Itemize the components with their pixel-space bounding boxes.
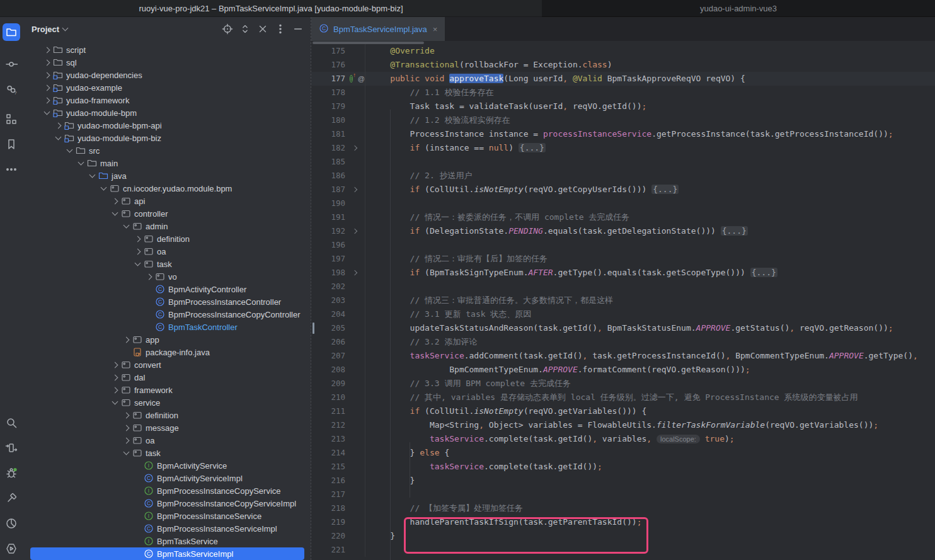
search-icon[interactable]: [3, 414, 20, 431]
tree-item-yudao-dependencies[interactable]: yudao-dependencies: [23, 69, 311, 81]
hide-icon[interactable]: [290, 21, 306, 37]
tree-item-cn.iocoder.yudao.module.bpm[interactable]: cn.iocoder.yudao.module.bpm: [23, 182, 311, 195]
tab-bpmtaskserviceimpl[interactable]: C BpmTaskServiceImpl.java ×: [311, 17, 445, 41]
fold-chevron-icon[interactable]: [352, 187, 357, 192]
tree-item-message[interactable]: message: [23, 421, 311, 434]
tree-item-definition[interactable]: definition: [23, 232, 311, 245]
options-icon[interactable]: [273, 21, 288, 37]
tree-item-yudao-module-bpm-api[interactable]: yudao-module-bpm-api: [23, 119, 311, 132]
line-number[interactable]: 185: [311, 155, 349, 169]
chevron-right-icon[interactable]: [146, 273, 152, 280]
chevron-right-icon[interactable]: [123, 336, 129, 343]
chevron-right-icon[interactable]: [123, 425, 129, 431]
locate-icon[interactable]: [220, 21, 235, 37]
chevron-down-icon[interactable]: [62, 25, 69, 31]
tree-item-framework[interactable]: framework: [23, 384, 311, 396]
chevron-down-icon[interactable]: [77, 159, 84, 166]
tree-item-bpmactivitycontroller[interactable]: CBpmActivityController: [23, 283, 311, 295]
chevron-down-icon[interactable]: [89, 172, 95, 178]
line-number[interactable]: 208: [311, 363, 349, 377]
chevron-right-icon[interactable]: [134, 248, 141, 254]
chevron-down-icon[interactable]: [123, 449, 129, 455]
tree-item-controller[interactable]: controller: [23, 207, 311, 220]
profiler-icon[interactable]: [3, 515, 20, 532]
line-number[interactable]: 213: [311, 432, 349, 446]
tree-item-bpmactivityservice[interactable]: IBpmActivityService: [23, 459, 311, 472]
tree-item-bpmprocessinstancecopyservice[interactable]: IBpmProcessInstanceCopyService: [23, 484, 311, 497]
tree-item-script[interactable]: script: [23, 43, 311, 56]
chevron-right-icon[interactable]: [123, 437, 129, 443]
fold-chevron-icon[interactable]: [352, 229, 357, 234]
line-number[interactable]: 204: [311, 307, 349, 321]
tree-item-yudao-example[interactable]: yudao-example: [23, 81, 311, 94]
line-number[interactable]: 214: [311, 446, 349, 460]
chevron-right-icon[interactable]: [43, 47, 50, 53]
fold-chevron-icon[interactable]: [352, 270, 357, 275]
tree-item-bpmprocessinstanceservice[interactable]: IBpmProcessInstanceService: [23, 510, 311, 522]
line-number[interactable]: 176: [311, 58, 349, 72]
line-number[interactable]: 216: [311, 474, 349, 488]
tree-item-app[interactable]: app: [23, 333, 311, 346]
chevron-right-icon[interactable]: [43, 72, 50, 78]
line-number[interactable]: 205: [311, 321, 349, 335]
chevron-right-icon[interactable]: [43, 97, 50, 103]
run-icon[interactable]: [3, 540, 20, 557]
line-number[interactable]: 202: [311, 280, 349, 294]
tree-item-bpmtaskcontroller[interactable]: CBpmTaskController: [23, 321, 311, 333]
line-number[interactable]: 187: [311, 183, 349, 197]
line-number[interactable]: 192: [311, 224, 349, 238]
annotation-gutter-icon[interactable]: @: [358, 75, 365, 83]
tree-item-bpmtaskservice[interactable]: IBpmTaskService: [23, 535, 311, 547]
tree-item-bpmprocessinstancecopycontroller[interactable]: CBpmProcessInstanceCopyController: [23, 308, 311, 321]
tree-item-dal[interactable]: dal: [23, 371, 311, 384]
tree-item-yudao-module-bpm[interactable]: yudao-module-bpm: [23, 106, 311, 119]
services-icon[interactable]: [3, 439, 20, 457]
line-number[interactable]: 219: [311, 515, 349, 529]
line-number[interactable]: 215: [311, 460, 349, 474]
chevron-down-icon[interactable]: [112, 399, 118, 405]
line-number[interactable]: 203: [311, 294, 349, 307]
tree-item-service[interactable]: service: [23, 396, 311, 409]
collapse-all-icon[interactable]: [255, 21, 270, 37]
tree-item-bpmprocessinstancecontroller[interactable]: CBpmProcessInstanceController: [23, 295, 311, 308]
tree-item-definition[interactable]: definition: [23, 409, 311, 421]
commit-icon[interactable]: [3, 55, 20, 73]
chevron-right-icon[interactable]: [123, 412, 129, 418]
line-number[interactable]: 212: [311, 418, 349, 432]
expand-all-icon[interactable]: [238, 21, 253, 37]
structure-icon[interactable]: [3, 110, 20, 128]
line-number[interactable]: 180: [311, 113, 349, 127]
chevron-down-icon[interactable]: [112, 210, 118, 216]
line-number[interactable]: 181: [311, 127, 349, 141]
tree-item-src[interactable]: src: [23, 144, 311, 157]
chevron-right-icon[interactable]: [134, 236, 141, 242]
chevron-right-icon[interactable]: [43, 59, 50, 66]
fold-chevron-icon[interactable]: [352, 146, 357, 151]
chevron-right-icon[interactable]: [112, 362, 118, 368]
line-number[interactable]: 191: [311, 210, 349, 224]
implements-method-icon[interactable]: I: [350, 75, 353, 83]
tree-item-package-info.java[interactable]: package-info.java: [23, 346, 311, 358]
chevron-right-icon[interactable]: [55, 122, 61, 129]
chevron-down-icon[interactable]: [43, 109, 50, 115]
line-number[interactable]: 206: [311, 335, 349, 349]
line-number[interactable]: 182: [311, 141, 349, 155]
line-number[interactable]: 186: [311, 169, 349, 183]
tree-item-yudao-framework[interactable]: yudao-framework: [23, 94, 311, 106]
line-number[interactable]: 177: [311, 72, 349, 86]
tree-item-api[interactable]: api: [23, 195, 311, 207]
tree-item-bpmtaskserviceimpl[interactable]: CBpmTaskServiceImpl: [30, 547, 304, 560]
line-number[interactable]: 210: [311, 391, 349, 404]
tree-item-main[interactable]: main: [23, 157, 311, 169]
build-icon[interactable]: [3, 489, 20, 507]
tree-item-vo[interactable]: vo: [23, 270, 311, 283]
line-number[interactable]: 207: [311, 349, 349, 363]
chevron-right-icon[interactable]: [43, 84, 50, 91]
project-panel-title[interactable]: Project: [32, 25, 59, 34]
line-number[interactable]: 196: [311, 238, 349, 252]
chevron-down-icon[interactable]: [100, 185, 106, 191]
line-number[interactable]: 220: [311, 529, 349, 543]
chevron-down-icon[interactable]: [55, 134, 61, 140]
line-number[interactable]: 217: [311, 488, 349, 501]
line-number[interactable]: 197: [311, 252, 349, 266]
